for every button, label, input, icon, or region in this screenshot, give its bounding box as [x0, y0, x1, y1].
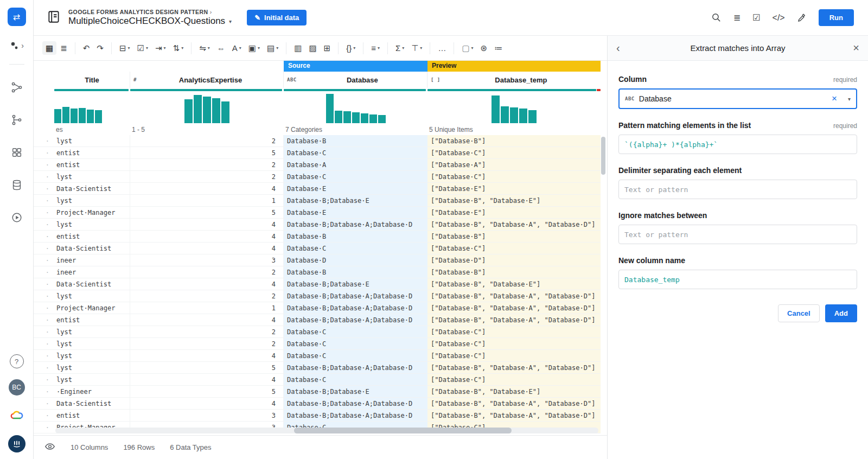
- table-row[interactable]: ·lyst4Database·B;Database·A;Database·D["…: [34, 219, 601, 231]
- chat-support-button[interactable]: [8, 435, 25, 452]
- cell-title[interactable]: lyst: [54, 338, 130, 349]
- cell-title[interactable]: entist: [54, 410, 130, 421]
- cell-database[interactable]: Database·C: [284, 338, 427, 349]
- cell-database[interactable]: Database·D: [284, 254, 427, 266]
- cell-title[interactable]: lyst: [54, 362, 130, 373]
- histogram-bar[interactable]: [326, 94, 334, 123]
- cell-database-temp[interactable]: ["Database·B", "Database·A", "Database·D…: [427, 314, 601, 326]
- cell-database-temp[interactable]: ["Database·B", "Database·E"]: [427, 386, 601, 397]
- cell-database[interactable]: Database·C: [284, 326, 427, 337]
- cell-analyticsexpertise[interactable]: 5: [130, 362, 284, 373]
- quality-bar-title[interactable]: [54, 89, 129, 91]
- histogram-bar[interactable]: [361, 113, 368, 123]
- app-logo[interactable]: ⇄: [8, 8, 26, 26]
- cell-title[interactable]: Data·Scientist: [54, 278, 130, 290]
- cell-database[interactable]: Database·B;Database·A;Database·D: [284, 219, 427, 230]
- cell-analyticsexpertise[interactable]: 1: [130, 302, 284, 314]
- histogram-bar[interactable]: [343, 111, 351, 123]
- table-ops-button[interactable]: ▤▾: [264, 41, 282, 55]
- row-view-button[interactable]: ≣: [57, 41, 71, 55]
- cell-database-temp[interactable]: ["Database·C"]: [427, 243, 601, 254]
- sample-button[interactable]: ⊤▾: [408, 41, 425, 55]
- cell-title[interactable]: ineer: [54, 254, 130, 266]
- cell-database[interactable]: Database·B: [284, 266, 427, 278]
- cell-analyticsexpertise[interactable]: 4: [130, 183, 284, 194]
- sidebar-item-flows[interactable]: ›: [9, 40, 24, 51]
- table-row[interactable]: ·Data·Scientist4Database·B;Database·A;Da…: [34, 398, 601, 410]
- cell-database[interactable]: Database·B;Database·E: [284, 386, 427, 397]
- cell-database[interactable]: Database·B;Database·E: [284, 195, 427, 206]
- cell-database-temp[interactable]: ["Database·B", "Database·A", "Database·D…: [427, 362, 601, 373]
- cell-analyticsexpertise[interactable]: 2: [130, 266, 284, 278]
- cell-database-temp[interactable]: ["Database·B"]: [427, 231, 601, 242]
- histogram-bar[interactable]: [212, 98, 220, 123]
- table-row[interactable]: ·lyst2Database·C["Database·C"]: [34, 326, 601, 338]
- table-row[interactable]: ·ineer2Database·B["Database·B"]: [34, 266, 601, 278]
- cell-database[interactable]: Database·C: [284, 171, 427, 182]
- avatar[interactable]: BC: [9, 379, 25, 396]
- histogram-bar[interactable]: [510, 107, 518, 123]
- table-row[interactable]: ·lyst2Database·C["Database·C"]: [34, 171, 601, 183]
- merge-button[interactable]: ⇔: [214, 41, 228, 55]
- cell-database-temp[interactable]: ["Database·B", "Database·A", "Database·D…: [427, 302, 601, 314]
- table-row[interactable]: ·entist2Database·A["Database·A"]: [34, 159, 601, 171]
- histogram-bar[interactable]: [87, 110, 94, 123]
- table-row[interactable]: ·Data·Scientist4Database·B;Database·E["D…: [34, 278, 601, 290]
- cell-database-temp[interactable]: ["Database·B", "Database·A", "Database·D…: [427, 398, 601, 409]
- cell-database[interactable]: Database·C: [284, 374, 427, 385]
- cell-database-temp[interactable]: ["Database·C"]: [427, 326, 601, 337]
- histogram-database[interactable]: [284, 92, 427, 124]
- split-button[interactable]: ⇋▾: [196, 41, 213, 55]
- close-button[interactable]: ×: [847, 42, 859, 54]
- quality-bar-invalid-segment[interactable]: [597, 89, 601, 91]
- cell-analyticsexpertise[interactable]: 2: [130, 326, 284, 337]
- cell-analyticsexpertise[interactable]: 2: [130, 171, 284, 182]
- table-row[interactable]: ·Project·Manager5Database·E["Database·E"…: [34, 207, 601, 219]
- clear-selection-icon[interactable]: ×: [832, 93, 837, 104]
- histogram-bar[interactable]: [203, 97, 211, 123]
- cell-database-temp[interactable]: ["Database·B", "Database·E"]: [427, 195, 601, 206]
- cell-title[interactable]: entist: [54, 147, 130, 158]
- table-row[interactable]: ·lyst2Database·C["Database·C"]: [34, 338, 601, 350]
- cell-database[interactable]: Database·B;Database·A;Database·D: [284, 398, 427, 409]
- preview-tag[interactable]: Preview: [427, 61, 601, 72]
- cell-database[interactable]: Database·B;Database·A;Database·D: [284, 302, 427, 314]
- column-ops-button[interactable]: ⊟▾: [116, 41, 133, 55]
- cell-title[interactable]: Data·Scientist: [54, 183, 130, 194]
- cell-title[interactable]: ineer: [54, 266, 130, 278]
- new-column-name-input[interactable]: [618, 270, 857, 289]
- cell-database[interactable]: Database·C: [284, 350, 427, 361]
- recipe-list-button[interactable]: ≣: [733, 12, 741, 23]
- cell-analyticsexpertise[interactable]: 4: [130, 374, 284, 385]
- cell-database[interactable]: Database·C: [284, 147, 427, 158]
- preview-eye-button[interactable]: [44, 441, 55, 454]
- search-button[interactable]: [711, 12, 722, 23]
- horizontal-scrollbar[interactable]: [55, 428, 598, 433]
- histogram-analyticsexpertise[interactable]: [130, 92, 284, 124]
- table-row[interactable]: ·lyst2Database·B;Database·A;Database·D["…: [34, 290, 601, 302]
- column-header-database-temp[interactable]: [ ] Database_temp: [427, 72, 601, 88]
- delimiter-input[interactable]: [618, 180, 857, 199]
- histogram-bar[interactable]: [184, 99, 193, 123]
- cell-database-temp[interactable]: ["Database·C"]: [427, 171, 601, 182]
- sidebar-item-flow-graph[interactable]: [6, 76, 28, 98]
- cell-database[interactable]: Database·E: [284, 207, 427, 218]
- join-button[interactable]: ⊛: [477, 41, 491, 55]
- cell-database-temp[interactable]: ["Database·C"]: [427, 350, 601, 361]
- format-button[interactable]: A▾: [229, 41, 245, 55]
- table-row[interactable]: ·lyst5Database·B;Database·A;Database·D["…: [34, 362, 601, 374]
- cell-database[interactable]: Database·B;Database·A;Database·D: [284, 362, 427, 373]
- table-row[interactable]: ·entist4Database·B;Database·A;Database·D…: [34, 314, 601, 326]
- cell-analyticsexpertise[interactable]: 2: [130, 159, 284, 170]
- cell-analyticsexpertise[interactable]: 3: [130, 410, 284, 421]
- quality-bar-database[interactable]: [284, 89, 426, 91]
- cell-analyticsexpertise[interactable]: 4: [130, 398, 284, 409]
- cell-title[interactable]: lyst: [54, 290, 130, 302]
- grid-view-button[interactable]: ▦: [42, 41, 56, 55]
- pivot-button[interactable]: ▥: [291, 41, 305, 55]
- cell-analyticsexpertise[interactable]: 4: [130, 219, 284, 230]
- cell-database-temp[interactable]: ["Database·E"]: [427, 183, 601, 194]
- table-row[interactable]: ·ineer3Database·D["Database·D"]: [34, 254, 601, 266]
- cell-title[interactable]: lyst: [54, 350, 130, 361]
- table-row[interactable]: ·entist4Database·B["Database·B"]: [34, 231, 601, 243]
